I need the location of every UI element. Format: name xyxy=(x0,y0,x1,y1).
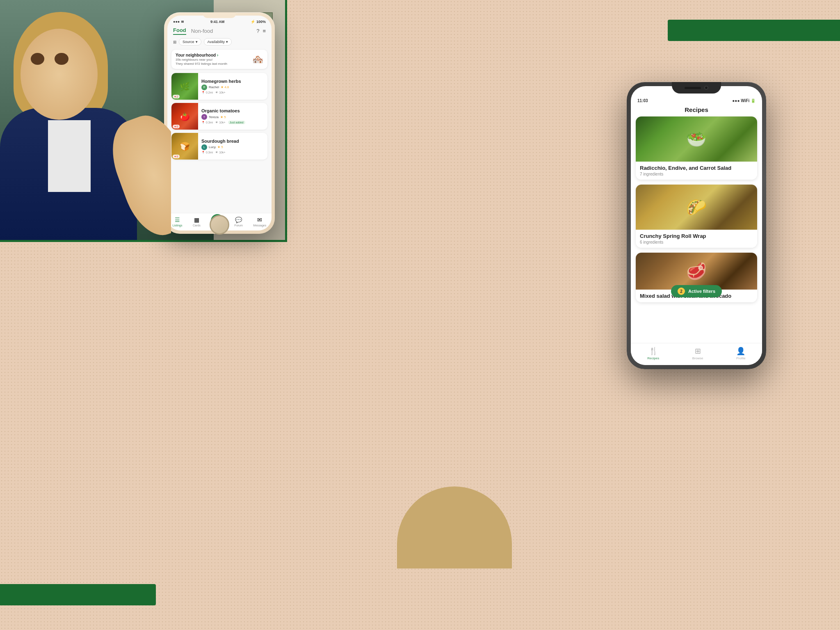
nav-cards[interactable]: ▦ Cards xyxy=(193,217,201,227)
phone2-notch xyxy=(672,82,721,94)
active-filters-badge[interactable]: 2 Active filters xyxy=(671,285,722,297)
nav-forum[interactable]: 💬 Forum xyxy=(235,217,243,227)
help-icon[interactable]: ? xyxy=(256,28,259,34)
phone2-frame: 11:03 ●●● WiFi 🔋 Recipes 🥗 Radicchio, En… xyxy=(627,82,766,369)
listing-title: Organic tomatoes xyxy=(201,108,264,113)
decorative-gold-circle xyxy=(397,486,512,568)
listing-meta: 📍 0.3mi 👁 10k+ xyxy=(201,151,264,154)
nav-messages[interactable]: ✉ Messages xyxy=(253,217,266,227)
phone1-home-button[interactable] xyxy=(210,215,229,235)
new-badge: Just added xyxy=(228,121,245,124)
phone1-signal: ●●● ≋ xyxy=(173,20,184,24)
user-name: Tereza xyxy=(209,115,219,119)
listing-user: T Tereza ★ 5 xyxy=(201,114,264,120)
availability-filter[interactable]: Availability ▾ xyxy=(204,38,232,46)
listing-heart: ♥ 6 xyxy=(173,125,180,128)
neighbourhood-detail: They shared 972 listings last month xyxy=(176,62,227,66)
profile-icon: 👤 xyxy=(736,347,745,356)
recipe-image-steak: 🥩 xyxy=(636,253,757,290)
phone1-frame: ●●● ≋ 9:41 AM ⚡ 100% Food Non-food ? ≡ ⊞ xyxy=(164,12,275,234)
recipes-icon: 🍴 xyxy=(649,347,658,356)
recipes-label: Recipes xyxy=(647,356,659,360)
phone2-bottom-nav: 🍴 Recipes ⊞ Browse 👤 Profile xyxy=(631,343,762,365)
phone1-content: ●●● ≋ 9:41 AM ⚡ 100% Food Non-food ? ≡ ⊞ xyxy=(167,16,272,231)
nav-listings[interactable]: ☰ Listings xyxy=(173,217,183,227)
neighbourhood-subtitle: 35k neighbours near you! xyxy=(176,58,227,62)
listings-icon: ☰ xyxy=(175,217,180,223)
source-filter[interactable]: Source ▾ xyxy=(179,38,201,46)
chevron-down-icon: ▾ xyxy=(196,40,198,44)
user-name: Lucy xyxy=(209,145,216,149)
phone2-content: 11:03 ●●● WiFi 🔋 Recipes 🥗 Radicchio, En… xyxy=(631,86,762,365)
listing-item[interactable]: 🌿 ♥ 2 Homegrown herbs R Rachel ★ 4.8 📍 0… xyxy=(171,73,267,100)
listing-user: L Lucy ★ 5 xyxy=(201,144,264,150)
listing-image-tomatoes: 🍅 ♥ 6 xyxy=(171,103,198,130)
phone1-battery: ⚡ 100% xyxy=(251,20,266,24)
listing-meta: 📍 0.3mi 👁 10k+ Just added xyxy=(201,121,264,124)
phone2: 11:03 ●●● WiFi 🔋 Recipes 🥗 Radicchio, En… xyxy=(627,82,766,369)
p2-nav-profile[interactable]: 👤 Profile xyxy=(736,347,746,360)
phone2-screen: 11:03 ●●● WiFi 🔋 Recipes 🥗 Radicchio, En… xyxy=(631,86,762,365)
p2-nav-recipes[interactable]: 🍴 Recipes xyxy=(647,347,659,360)
browse-icon: ⊞ xyxy=(695,347,701,356)
p2-nav-browse[interactable]: ⊞ Browse xyxy=(692,347,703,360)
count: 👁 10k+ xyxy=(215,121,225,124)
tab-food[interactable]: Food xyxy=(173,27,186,35)
recipe-card[interactable]: 🥗 Radicchio, Endive, and Carrot Salad 7 … xyxy=(636,116,757,180)
cards-label: Cards xyxy=(193,224,201,227)
recipe-info: Crunchy Spring Roll Wrap 6 ingredients xyxy=(636,230,757,248)
phone1-time: 9:41 AM xyxy=(210,20,224,24)
listings-label: Listings xyxy=(173,224,183,227)
cards-icon: ▦ xyxy=(194,217,199,223)
user-rating: ★ 5 xyxy=(220,115,226,119)
neighbourhood-text: Your neighbourhood › 35k neighbours near… xyxy=(176,53,227,66)
recipe-image-salad: 🥗 xyxy=(636,116,757,162)
listing-image-herbs: 🌿 ♥ 2 xyxy=(171,73,198,100)
recipe-card[interactable]: 🥩 Mixed salad with steak and avocado 2 A… xyxy=(636,253,757,302)
user-rating: ★ 5 xyxy=(217,145,223,149)
recipe-title: Crunchy Spring Roll Wrap xyxy=(640,233,753,239)
listing-user: R Rachel ★ 4.8 xyxy=(201,84,264,90)
phone1-tabs: Food Non-food ? ≡ xyxy=(167,25,272,37)
user-name: Rachel xyxy=(209,85,219,89)
tab-non-food[interactable]: Non-food xyxy=(191,28,213,34)
listing-heart: ♥ 8 xyxy=(173,155,180,158)
filter-icon[interactable]: ⊞ xyxy=(173,40,176,44)
neighbourhood-card[interactable]: Your neighbourhood › 35k neighbours near… xyxy=(171,50,267,69)
recipe-ingredients: 7 ingredients xyxy=(640,172,753,176)
messages-label: Messages xyxy=(253,224,266,227)
listing-info: Homegrown herbs R Rachel ★ 4.8 📍 0.2mi 👁… xyxy=(198,76,267,97)
recipe-image-wrap: 🌮 xyxy=(636,185,757,230)
messages-icon: ✉ xyxy=(257,217,262,223)
active-filters-label: Active filters xyxy=(688,289,715,294)
phone1-notch xyxy=(203,12,236,18)
decorative-green-bar-bottom xyxy=(0,584,156,605)
listing-item[interactable]: 🍞 ♥ 8 Sourdough bread L Lucy ★ 5 📍 0.3mi… xyxy=(171,133,267,160)
user-avatar: R xyxy=(201,84,207,90)
distance: 📍 0.2mi xyxy=(201,91,213,94)
phone2-time: 11:03 xyxy=(637,98,648,103)
listing-info: Organic tomatoes T Tereza ★ 5 📍 0.3mi 👁 … xyxy=(198,106,267,127)
filters-row: ⊞ Source ▾ Availability ▾ xyxy=(167,37,272,47)
count: 👁 10k+ xyxy=(215,151,225,154)
recipe-ingredients: 6 ingredients xyxy=(640,240,753,244)
phone1: ●●● ≋ 9:41 AM ⚡ 100% Food Non-food ? ≡ ⊞ xyxy=(164,12,275,234)
distance: 📍 0.3mi xyxy=(201,121,213,124)
listing-item[interactable]: 🍅 ♥ 6 Organic tomatoes T Tereza ★ 5 📍 0.… xyxy=(171,103,267,130)
menu-icon[interactable]: ≡ xyxy=(262,28,266,34)
user-rating: ★ 4.8 xyxy=(221,85,229,89)
forum-label: Forum xyxy=(235,224,243,227)
count: 👁 10k+ xyxy=(215,91,225,94)
listing-title: Homegrown herbs xyxy=(201,79,264,84)
recipe-info: Radicchio, Endive, and Carrot Salad 7 in… xyxy=(636,162,757,180)
listing-title: Sourdough bread xyxy=(201,139,264,144)
browse-label: Browse xyxy=(692,356,703,360)
user-avatar: T xyxy=(201,114,207,120)
listing-image-bread: 🍞 ♥ 8 xyxy=(171,133,198,160)
listing-info: Sourdough bread L Lucy ★ 5 📍 0.3mi 👁 10k… xyxy=(198,136,267,157)
decorative-green-bar-top xyxy=(668,20,840,41)
nav-icons: ? ≡ xyxy=(256,28,266,34)
phone1-screen: ●●● ≋ 9:41 AM ⚡ 100% Food Non-food ? ≡ ⊞ xyxy=(167,16,272,231)
recipe-card[interactable]: 🌮 Crunchy Spring Roll Wrap 6 ingredients xyxy=(636,185,757,248)
profile-label: Profile xyxy=(736,356,746,360)
